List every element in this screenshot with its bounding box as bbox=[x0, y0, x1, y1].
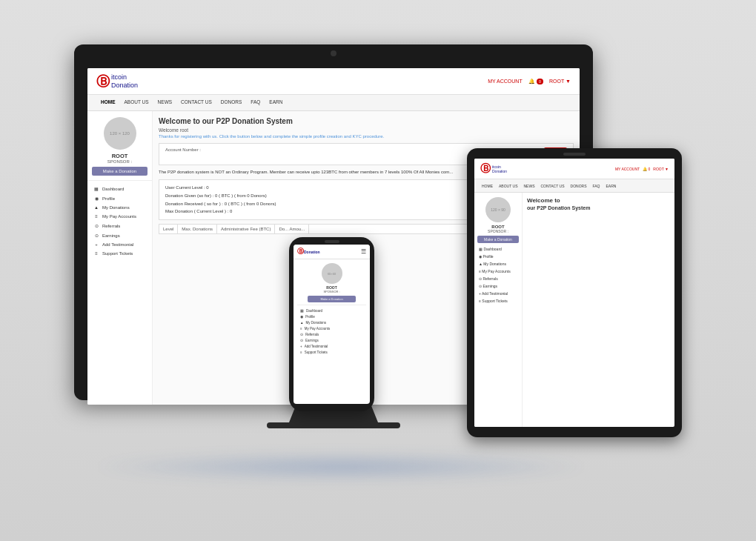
tablet-menu-referrals[interactable]: ⊙ Referrals bbox=[474, 275, 522, 282]
nav-bar: HOME ABOUT US NEWS CONTACT US DONORS FAQ… bbox=[87, 95, 580, 111]
menu-label-support: Support Tickets bbox=[102, 251, 133, 256]
tablet-donate-btn[interactable]: Make a Donation bbox=[477, 236, 519, 243]
profile-icon: ◉ bbox=[93, 196, 99, 201]
menu-item-profile[interactable]: ◉ Profile bbox=[87, 193, 152, 203]
nav-item-earn[interactable]: EARN bbox=[265, 95, 287, 110]
sidebar-username: ROOT bbox=[87, 153, 152, 159]
tablet-nav-earn[interactable]: EARN bbox=[603, 184, 619, 188]
tablet-my-account[interactable]: MY ACCOUNT bbox=[615, 167, 640, 171]
phone-avatar-text: 60×60 bbox=[328, 272, 336, 276]
phone-hamburger-icon[interactable]: ☰ bbox=[361, 248, 366, 255]
menu-item-testimonial[interactable]: + Add Testimonial bbox=[87, 240, 152, 249]
tablet-logo: Ⓑ itcoinDonation bbox=[480, 162, 507, 176]
phone-body: 60×60 ROOT SPONSOR : Make a Donation ▦ D… bbox=[294, 259, 370, 359]
phone-menu-referrals[interactable]: ⊙ Referrals bbox=[297, 331, 366, 337]
sidebar-sponsor: SPONSOR : bbox=[87, 159, 152, 164]
phone-divider bbox=[297, 305, 366, 305]
nav-item-donors[interactable]: DONORS bbox=[216, 95, 247, 110]
tablet-menu-pay[interactable]: ≡ My Pay Accounts bbox=[474, 268, 522, 275]
phone-testimonial-icon: + bbox=[300, 345, 302, 348]
phone-frame: Ⓑ Donation ☰ 60×60 ROOT SPONSOR : Make a… bbox=[289, 237, 374, 411]
phone-menu-donations[interactable]: ▲ My Donations bbox=[297, 319, 366, 325]
phone-earnings-icon: ⊙ bbox=[300, 339, 303, 342]
tablet-menu-testimonial[interactable]: + Add Testimonial bbox=[474, 290, 522, 297]
notification-bell[interactable]: 🔔 0 bbox=[528, 79, 543, 84]
menu-item-referrals[interactable]: ⊙ Referrals bbox=[87, 221, 152, 230]
site-logo: Ⓑ itcoin Donation bbox=[96, 73, 138, 90]
tablet-nav-about[interactable]: ABOUT US bbox=[496, 184, 520, 188]
phone-menu-earnings[interactable]: ⊙ Earnings bbox=[297, 337, 366, 343]
col-donation-amount: Do... Amou... bbox=[275, 225, 309, 233]
welcome-subtitle: Welcome root bbox=[159, 127, 574, 133]
menu-label-dashboard: Dashboard bbox=[102, 187, 124, 191]
nav-item-about[interactable]: ABOUT US bbox=[120, 95, 153, 110]
phone-menu-testimonial[interactable]: + Add Testimonial bbox=[297, 343, 366, 349]
phone-menu-profile[interactable]: ◉ Profile bbox=[297, 313, 366, 319]
phone-referrals-icon: ⊙ bbox=[300, 333, 303, 336]
logo-line1: itcoin bbox=[111, 73, 138, 82]
menu-item-pay-accounts[interactable]: ≡ My Pay Accounts bbox=[87, 212, 152, 221]
tablet-nav-donors[interactable]: DONORS bbox=[568, 184, 590, 188]
tablet-welcome-subtitle: our P2P Donation System bbox=[527, 205, 670, 210]
logo-icon: Ⓑ bbox=[96, 73, 110, 90]
tablet-sponsor: SPONSOR : bbox=[474, 229, 522, 233]
menu-label-testimonial: Add Testimonial bbox=[102, 242, 133, 247]
tablet-menu-donations[interactable]: ▲ My Donations bbox=[474, 260, 522, 268]
menu-label-pay-accounts: My Pay Accounts bbox=[102, 214, 136, 219]
dashboard-icon: ▦ bbox=[93, 186, 99, 191]
menu-label-donations: My Donations bbox=[102, 205, 130, 210]
tablet-notif[interactable]: 🔔 0 bbox=[643, 167, 650, 171]
tablet-nav: HOME ABOUT US NEWS CONTACT US DONORS FAQ… bbox=[474, 179, 674, 193]
phone-sponsor: SPONSOR : bbox=[297, 290, 366, 293]
phone-menu-dashboard[interactable]: ▦ Dashboard bbox=[297, 308, 366, 313]
user-menu[interactable]: ROOT ▼ bbox=[549, 79, 571, 84]
tablet-frame: Ⓑ itcoinDonation MY ACCOUNT 🔔 0 ROOT ▼ H… bbox=[467, 148, 682, 437]
sidebar-divider bbox=[87, 180, 152, 181]
site-header: Ⓑ itcoin Donation MY ACCOUNT 🔔 0 ROOT ▼ bbox=[87, 68, 580, 95]
donate-button[interactable]: Make a Donation bbox=[92, 167, 147, 176]
tablet-logo-icon: Ⓑ bbox=[480, 162, 491, 176]
my-account-link[interactable]: MY ACCOUNT bbox=[488, 79, 523, 84]
nav-item-faq[interactable]: FAQ bbox=[246, 95, 265, 110]
tablet-sidebar: 120 × 90 ROOT SPONSOR : Make a Donation … bbox=[474, 193, 523, 427]
scene: Ⓑ itcoin Donation MY ACCOUNT 🔔 0 ROOT ▼ bbox=[0, 0, 756, 541]
monitor-base bbox=[267, 422, 400, 428]
phone-menu-pay[interactable]: ≡ My Pay Accounts bbox=[297, 325, 366, 331]
col-max-donations: Max. Donations bbox=[178, 225, 217, 233]
account-number-label: Account Number : bbox=[165, 147, 201, 161]
tablet-nav-contact[interactable]: CONTACT US bbox=[537, 184, 567, 188]
phone: Ⓑ Donation ☰ 60×60 ROOT SPONSOR : Make a… bbox=[289, 237, 374, 411]
tablet-user-menu[interactable]: ROOT ▼ bbox=[653, 167, 669, 171]
menu-item-earnings[interactable]: ⊙ Earnings bbox=[87, 230, 152, 240]
phone-profile-icon: ◉ bbox=[300, 315, 303, 319]
tablet-site-header: Ⓑ itcoinDonation MY ACCOUNT 🔔 0 ROOT ▼ bbox=[474, 159, 674, 179]
tablet-nav-faq[interactable]: FAQ bbox=[589, 184, 603, 188]
tablet-nav-home[interactable]: HOME bbox=[479, 184, 496, 188]
menu-item-dashboard[interactable]: ▦ Dashboard bbox=[87, 184, 152, 193]
tablet-menu-earnings[interactable]: ⊙ Earnings bbox=[474, 282, 522, 290]
phone-header: Ⓑ Donation ☰ bbox=[294, 245, 370, 259]
tablet-welcome-title: Welcome to bbox=[527, 197, 670, 204]
testimonial-icon: + bbox=[93, 242, 99, 247]
col-level: Level bbox=[159, 225, 178, 233]
tablet-menu-profile[interactable]: ◉ Profile bbox=[474, 253, 522, 260]
tablet-menu-support[interactable]: ≡ Support Tickets bbox=[474, 297, 522, 305]
phone-logo: Ⓑ Donation bbox=[297, 247, 320, 256]
sidebar-avatar: 120 × 120 bbox=[104, 117, 136, 150]
phone-dashboard-icon: ▦ bbox=[300, 309, 304, 313]
tablet-nav-news[interactable]: NEWS bbox=[520, 184, 537, 188]
phone-donate-btn[interactable]: Make a Donation bbox=[308, 296, 356, 302]
menu-item-my-donations[interactable]: ▲ My Donations bbox=[87, 203, 152, 212]
nav-item-home[interactable]: HOME bbox=[96, 95, 120, 110]
tablet: Ⓑ itcoinDonation MY ACCOUNT 🔔 0 ROOT ▼ H… bbox=[467, 148, 682, 437]
nav-item-contact[interactable]: CONTACT US bbox=[176, 95, 216, 110]
tablet-menu-dashboard[interactable]: ▦ Dashboard bbox=[474, 245, 522, 253]
phone-avatar: 60×60 bbox=[322, 263, 342, 284]
menu-item-support[interactable]: ≡ Support Tickets bbox=[87, 249, 152, 258]
phone-menu-support[interactable]: ≡ Support Tickets bbox=[297, 349, 366, 355]
logo-line2: Donation bbox=[111, 82, 138, 90]
support-icon: ≡ bbox=[93, 251, 99, 256]
nav-item-news[interactable]: NEWS bbox=[153, 95, 177, 110]
tablet-logo-text: itcoinDonation bbox=[492, 165, 507, 173]
phone-support-icon: ≡ bbox=[300, 351, 302, 354]
